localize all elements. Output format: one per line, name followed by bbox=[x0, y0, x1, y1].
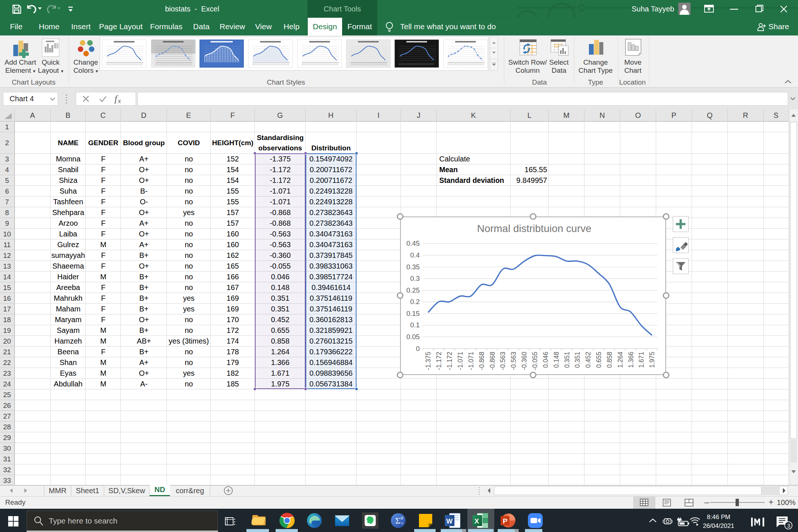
svg-text:0.4: 0.4 bbox=[410, 251, 420, 259]
svg-text:-0.868: -0.868 bbox=[478, 352, 485, 370]
svg-text:0.1: 0.1 bbox=[410, 321, 420, 329]
svg-text:0.351: 0.351 bbox=[574, 352, 581, 368]
svg-text:1.975: 1.975 bbox=[648, 352, 656, 368]
svg-text:÷: ÷ bbox=[401, 521, 403, 526]
svg-text:X: X bbox=[474, 517, 479, 525]
svg-text:-1.071: -1.071 bbox=[467, 352, 475, 370]
svg-text:0: 0 bbox=[416, 345, 420, 352]
svg-text:-1.172: -1.172 bbox=[435, 352, 443, 370]
svg-text:3: 3 bbox=[787, 522, 790, 529]
svg-text:0.05: 0.05 bbox=[406, 333, 420, 341]
svg-text:x: x bbox=[117, 97, 121, 105]
svg-text:-0.563: -0.563 bbox=[499, 352, 507, 370]
svg-text:-1.071: -1.071 bbox=[457, 352, 464, 370]
svg-text:0.148: 0.148 bbox=[553, 352, 560, 368]
svg-text:0.15: 0.15 bbox=[406, 310, 420, 317]
svg-text:α: α bbox=[400, 515, 403, 521]
svg-text:-0.868: -0.868 bbox=[489, 352, 496, 370]
svg-text:P: P bbox=[503, 517, 508, 525]
svg-text:0.2: 0.2 bbox=[410, 298, 420, 306]
svg-text:-1.172: -1.172 bbox=[446, 352, 453, 370]
svg-text:0.35: 0.35 bbox=[406, 263, 420, 271]
svg-text:0.452: 0.452 bbox=[584, 352, 592, 368]
svg-text:1.671: 1.671 bbox=[638, 352, 645, 368]
svg-text:1.366: 1.366 bbox=[627, 352, 635, 368]
svg-text:0.25: 0.25 bbox=[406, 286, 420, 294]
svg-text:1.264: 1.264 bbox=[617, 352, 624, 368]
svg-text:Σ: Σ bbox=[395, 516, 400, 525]
svg-text:0.655: 0.655 bbox=[595, 352, 603, 368]
svg-text:0.858: 0.858 bbox=[606, 352, 613, 368]
svg-text:Normal distribtuion curve: Normal distribtuion curve bbox=[477, 223, 591, 234]
svg-text:-0.360: -0.360 bbox=[521, 352, 528, 370]
svg-text:-0.055: -0.055 bbox=[531, 352, 539, 370]
svg-text:W: W bbox=[446, 518, 453, 525]
svg-text:-0.563: -0.563 bbox=[510, 352, 517, 370]
svg-text:0.046: 0.046 bbox=[542, 352, 549, 368]
svg-text:0.351: 0.351 bbox=[563, 352, 571, 368]
svg-text:0.45: 0.45 bbox=[406, 239, 420, 247]
svg-text:-1.375: -1.375 bbox=[424, 352, 432, 370]
svg-text:0.3: 0.3 bbox=[410, 274, 420, 282]
